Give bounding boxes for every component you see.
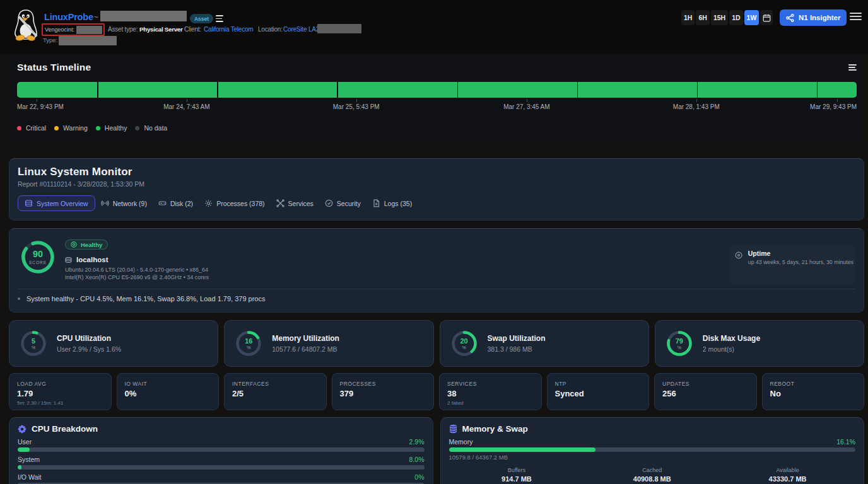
annotation-highlight-box: Vengeocint: (42, 23, 105, 36)
timeline-tick-label: Mar 29, 9:43 PM (810, 103, 857, 110)
timeline-ticks (17, 98, 857, 103)
tab-logs-35[interactable]: Logs (35) (372, 195, 413, 211)
calendar-icon (763, 14, 771, 22)
timeline-segment[interactable] (338, 82, 457, 98)
health-status-label: Healthy (81, 241, 102, 248)
system-status-line: System healthy - CPU 4.5%, Mem 16.1%, Sw… (18, 295, 855, 302)
asset-badge[interactable]: Asset (190, 14, 213, 23)
legend-dot (54, 126, 59, 130)
breakdown-bar-track (18, 447, 425, 452)
timeline-tick (356, 99, 357, 102)
timeline-tick (837, 99, 838, 102)
timeline-segment[interactable] (458, 82, 577, 98)
timeline-bar[interactable] (17, 82, 857, 98)
legend-item-no-data: No data (135, 124, 167, 132)
tab-disk-2[interactable]: Disk (2) (158, 195, 194, 211)
stat-card-ntp: NTPSynced (547, 373, 650, 410)
memory-swap-title: Memory & Swap (462, 424, 528, 434)
client-value-link[interactable]: California Telecom (204, 26, 253, 33)
breakdown-bar-fill (18, 447, 30, 452)
notes-line (216, 15, 223, 16)
asset-type-label: Asset type: (108, 26, 138, 33)
brand-separator: ~ (94, 13, 98, 21)
file-icon (372, 199, 380, 207)
client-label: Client: (184, 26, 201, 33)
redacted-annotation-value (76, 26, 102, 34)
cpu-info-line: Intel(R) Xeon(R) CPU E5-2690 v5 @ 2.40GH… (65, 274, 209, 280)
card-disk-max-usage: 79%Disk Max Usage2 mount(s) (655, 320, 864, 367)
menu-icon[interactable] (850, 13, 862, 20)
memory-columns: Buffers914.7 MBCached40908.8 MBAvailable… (449, 467, 856, 483)
memory-col-value: 914.7 MB (449, 475, 585, 483)
timeline-tick-label: Mar 24, 7:43 AM (163, 103, 209, 110)
location-value-link[interactable]: CoreSite LA2 (283, 26, 319, 33)
overview-panel: 90 SCORE Healthy localhost (9, 228, 864, 313)
time-range-1d[interactable]: 1D (729, 10, 742, 25)
timeline-segment[interactable] (698, 82, 817, 98)
timeline-tick-label: Mar 25, 5:43 PM (333, 103, 380, 110)
timeline-segment[interactable] (98, 82, 218, 98)
timeline-header: Status Timeline (17, 62, 857, 73)
os-info-line: Ubuntu 20.04.6 LTS (20.04) - 5.4.0-170-g… (65, 267, 209, 273)
stat-card-updates: UPDATES256 (654, 373, 757, 410)
annotation-label: Vengeocint: (45, 26, 74, 33)
report-subtitle: Report #01110214 - 3/28/2028, 1:53:30 PM (18, 180, 855, 188)
memory-usage-detail: 10579.8 / 64367.2 MB (449, 454, 856, 461)
time-range-15h[interactable]: 15H (711, 10, 728, 25)
ring-gauge: 79% (666, 330, 693, 357)
cpu-breakdown-card: CPU Breakdown User2.9%System8.0%I/O Wait… (9, 417, 433, 484)
stat-label: SERVICES (447, 381, 534, 387)
tab-security[interactable]: Security (324, 195, 361, 211)
ring-text: 79% (666, 330, 693, 357)
notes-line (216, 21, 223, 22)
memory-col-value: 40908.8 MB (584, 475, 720, 483)
tab-system-overview[interactable]: System Overview (18, 195, 95, 211)
broadcast-icon (101, 199, 109, 207)
timeline-options-icon[interactable] (848, 62, 857, 71)
calendar-button[interactable] (760, 10, 773, 25)
menu-line (848, 64, 857, 66)
time-range-1w[interactable]: 1W (744, 10, 760, 25)
breakdown-label: I/O Wait (18, 473, 42, 481)
gauge-info: Memory Utilization10577.6 / 64807.2 MB (272, 334, 339, 353)
timeline-segment[interactable] (578, 82, 697, 98)
time-range-6h[interactable]: 6H (696, 10, 709, 25)
timeline-segment[interactable] (17, 82, 97, 98)
tab-network-9[interactable]: Network (9) (100, 195, 148, 211)
menu-line (850, 13, 862, 14)
tab-label: System Overview (37, 200, 88, 207)
ring-value: 79 (676, 338, 683, 345)
tab-label: Disk (2) (170, 200, 193, 207)
stat-card-reboot: REBOOTNo (762, 373, 865, 410)
menu-line (850, 16, 862, 17)
legend-label: No data (144, 124, 167, 132)
ring-value: 20 (460, 338, 467, 345)
dashboard-page: LinuxProbe ~ Asset Vengeocint: Asset typ… (0, 0, 868, 484)
memory-swap-card: Memory & Swap Memory 16.1% 10579.8 / 643… (440, 417, 865, 484)
shield-icon (325, 199, 333, 207)
health-score-text: 90 SCORE (21, 241, 54, 274)
legend-item-warning: Warning (54, 124, 88, 132)
tab-label: Security (337, 200, 361, 207)
time-range-1h[interactable]: 1H (681, 10, 695, 25)
tab-processes-378[interactable]: Processes (378) (204, 195, 265, 211)
legend-dot (135, 126, 139, 130)
stat-value: 0% (125, 389, 211, 398)
overview-divider (18, 289, 855, 289)
memory-col-cached: Cached40908.8 MB (584, 467, 720, 483)
timeline-title: Status Timeline (17, 62, 91, 73)
ring-unit: % (32, 345, 35, 350)
bottom-row: CPU Breakdown User2.9%System8.0%I/O Wait… (9, 417, 864, 484)
memory-col-available: Available43330.7 MB (720, 467, 855, 483)
memory-col-label: Cached (584, 467, 720, 473)
memory-usage-row: Memory 16.1% 10579.8 / 64367.2 MB (449, 438, 856, 461)
legend-item-healthy: Healthy (96, 124, 127, 132)
tab-services[interactable]: Services (276, 195, 314, 211)
breakdown-label: User (18, 438, 32, 446)
timeline-segment[interactable] (818, 82, 857, 98)
gauge-title: Disk Max Usage (703, 334, 760, 343)
n1-insighter-button[interactable]: N1 Insighter (780, 9, 847, 26)
tab-label: Processes (378) (216, 200, 264, 207)
timeline-segment[interactable] (218, 82, 337, 98)
tab-label: Network (9) (113, 200, 147, 207)
